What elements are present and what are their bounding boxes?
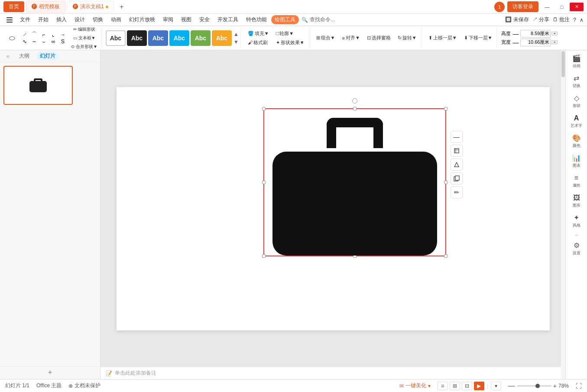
sidebar-chart-button[interactable]: 📊 图表 — [567, 152, 586, 171]
shape-wave2[interactable]: ∼ — [30, 39, 38, 45]
shape-copy-button[interactable] — [451, 172, 463, 185]
shape-s[interactable]: S — [59, 39, 67, 45]
share-action[interactable]: ↗ 分享 — [532, 16, 549, 23]
menu-draw-tools[interactable]: 绘图工具 — [271, 15, 299, 24]
slide-thumbnail[interactable] — [3, 66, 73, 105]
zoom-minus-button[interactable]: — — [508, 382, 515, 390]
shape-angle[interactable]: ⌐ — [40, 32, 48, 38]
menu-developer[interactable]: 开发工具 — [214, 15, 242, 24]
height-input[interactable] — [520, 30, 551, 38]
sidebar-arttext-button[interactable]: A 艺术字 — [567, 112, 586, 131]
shape-container[interactable]: — — [264, 109, 446, 256]
note-bar[interactable]: 📝 单击此处添加备注 — [101, 367, 565, 379]
rotate-button[interactable]: ↻ 旋转▼ — [395, 34, 419, 42]
style-preset-green[interactable]: Abc — [191, 30, 211, 46]
sidebar-animation-button[interactable]: 🎬 动画 — [567, 52, 586, 71]
shape-edit-points-button[interactable] — [451, 159, 463, 171]
menu-security[interactable]: 安全 — [196, 15, 213, 24]
shape-pen-button[interactable]: ✏ — [451, 186, 463, 198]
add-slide-button[interactable]: + — [0, 366, 100, 379]
zoom-thumb[interactable] — [535, 384, 540, 388]
comment-action[interactable]: 🗒 批注 — [553, 16, 570, 23]
menu-search[interactable]: 🔍 查找命令... — [302, 16, 335, 23]
shape-wave1[interactable]: ∿ — [21, 39, 29, 45]
slide-canvas[interactable]: — — [101, 50, 565, 367]
menu-file[interactable]: 文件 — [16, 15, 34, 24]
login-button[interactable]: 访客登录 — [507, 1, 538, 12]
zoom-plus-button[interactable]: + — [553, 382, 557, 389]
close-button[interactable]: ✕ — [570, 3, 584, 11]
view-extra-button[interactable]: ▾ — [491, 382, 501, 390]
edit-shape-button[interactable]: ✏ 编辑形状 — [69, 26, 99, 33]
shape-wave3[interactable]: ⌣ — [40, 39, 48, 45]
sidebar-gallery-button[interactable]: 🖼 图库 — [567, 191, 586, 211]
canvas-scroll-vertical[interactable] — [561, 50, 565, 379]
merge-shape-button[interactable]: ⊙ 合并形状▼ — [69, 43, 99, 51]
sidebar-transition-button[interactable]: ⇄ 切换 — [567, 72, 586, 91]
shape-minus-button[interactable]: — — [451, 131, 463, 143]
sidebar-shape-button[interactable]: ◇ 形状 — [567, 92, 586, 111]
fullscreen-button[interactable]: ⛶ — [576, 382, 582, 389]
style-preset-white[interactable]: Abc — [106, 30, 126, 46]
sidebar-settings-button[interactable]: ⚙ 设置 — [567, 239, 586, 258]
menu-review[interactable]: 审阅 — [159, 15, 177, 24]
menu-design[interactable]: 设计 — [71, 15, 88, 24]
collapse-panel-button[interactable]: « — [3, 52, 12, 61]
height-increase-button[interactable]: + — [551, 32, 558, 36]
shape-oval-button[interactable]: ⬭ — [5, 34, 19, 42]
scroll-thumb-vertical[interactable] — [561, 51, 565, 77]
view-normal-button[interactable]: ≡ — [438, 382, 448, 390]
shape-corner[interactable]: ⌞ — [49, 32, 57, 38]
style-preset-blue[interactable]: Abc — [148, 30, 168, 46]
fill-button[interactable]: 🪣 填充▼ — [245, 29, 272, 38]
select-pane-button[interactable]: ⊡ 选择窗格 — [364, 34, 393, 42]
format-brush-button[interactable]: 🖌 格式刷 — [245, 39, 272, 47]
text-box-button[interactable]: ▭ 文本框▼ — [69, 34, 99, 42]
menu-slideshow[interactable]: 幻灯片放映 — [126, 15, 159, 24]
shape-arrow[interactable]: → — [59, 32, 67, 38]
move-down-button[interactable]: ⬇ 下移一层▼ — [461, 34, 495, 42]
menu-special[interactable]: 特色功能 — [243, 15, 270, 24]
menu-view[interactable]: 视图 — [178, 15, 195, 24]
shape-line[interactable]: ⟋ — [21, 32, 29, 38]
tab-home[interactable]: 首页 — [3, 1, 24, 12]
sidebar-properties-button[interactable]: ≡ 属性 — [567, 172, 586, 191]
menu-insert[interactable]: 插入 — [53, 15, 70, 24]
shape-loop[interactable]: ∞ — [49, 39, 57, 45]
shape-crop-button[interactable] — [451, 145, 463, 157]
tab-template[interactable]: 🅟 稻壳模板 — [26, 1, 65, 13]
style-preset-black[interactable]: Abc — [127, 30, 147, 46]
beautify-button[interactable]: ✉ 一键美化 ▾ — [399, 382, 431, 389]
tab-outline[interactable]: 大纲 — [16, 52, 33, 61]
view-present-button[interactable]: ▶ — [474, 382, 484, 390]
tab-slides[interactable]: 幻灯片 — [36, 52, 59, 61]
shape-curve[interactable]: ⌒ — [30, 32, 38, 38]
tab-doc[interactable]: 🅟 演示文稿1 — [67, 1, 114, 13]
unsaved-action[interactable]: 🔲 未保存 — [505, 16, 529, 23]
shape-effect-button[interactable]: ✦ 形状效果▼ — [273, 39, 307, 47]
sidebar-style-button[interactable]: ✦ 风格 — [567, 211, 586, 230]
menu-animation[interactable]: 动画 — [107, 15, 125, 24]
align-button[interactable]: ≡ 对齐▼ — [339, 34, 362, 42]
width-increase-button[interactable]: + — [551, 40, 558, 44]
view-reader-button[interactable]: ⊟ — [462, 382, 472, 390]
group-button[interactable]: ⊞ 组合▼ — [314, 34, 338, 42]
width-input[interactable] — [520, 39, 551, 46]
rotate-handle[interactable] — [352, 98, 357, 104]
style-preset-teal[interactable]: Abc — [169, 30, 189, 46]
menu-switch[interactable]: 切换 — [89, 15, 107, 24]
outline-button[interactable]: □ 轮廓▼ — [273, 29, 307, 38]
protection-info[interactable]: ⊗ 文档未保护 — [68, 382, 101, 389]
style-scroll-up[interactable]: ▲ — [234, 31, 239, 37]
menu-start[interactable]: 开始 — [35, 15, 52, 24]
hamburger-menu[interactable] — [3, 14, 16, 26]
style-scroll-down[interactable]: ▼ — [234, 39, 239, 45]
zoom-track[interactable] — [517, 385, 551, 387]
add-tab-button[interactable]: + — [116, 1, 128, 13]
style-preset-orange[interactable]: Abc — [212, 30, 232, 46]
help-action[interactable]: ? — [573, 17, 576, 23]
minimize-button[interactable]: — — [540, 3, 554, 11]
move-up-button[interactable]: ⬆ 上移一层▼ — [426, 34, 460, 42]
sidebar-color-button[interactable]: 🎨 颜色 — [567, 132, 586, 151]
maximize-button[interactable]: □ — [555, 3, 569, 11]
